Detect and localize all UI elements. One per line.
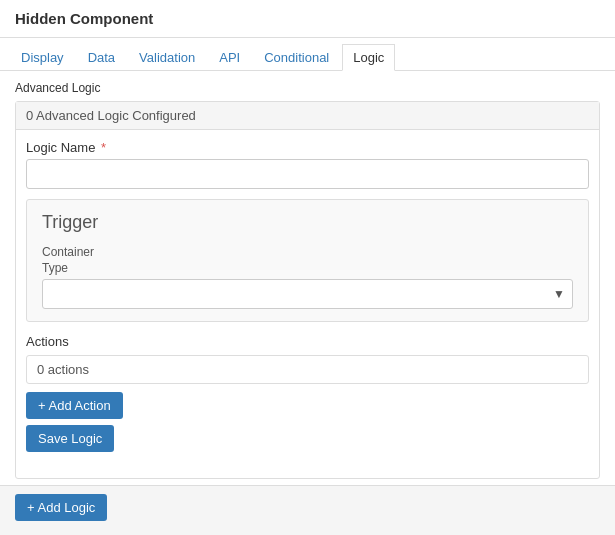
modal-header: Hidden Component	[0, 0, 615, 38]
type-select-wrapper: ▼	[42, 279, 573, 309]
trigger-box: Trigger Container Type ▼	[26, 199, 589, 322]
type-label: Type	[42, 261, 573, 275]
actions-count: 0 actions	[26, 355, 589, 384]
actions-section: Actions 0 actions + Add Action Save Logi…	[26, 334, 589, 458]
logic-name-group: Logic Name *	[26, 140, 589, 189]
type-select[interactable]	[42, 279, 573, 309]
add-action-button[interactable]: + Add Action	[26, 392, 123, 419]
footer-bar: + Add Logic	[0, 485, 615, 535]
tab-logic[interactable]: Logic	[342, 44, 395, 71]
modal-title: Hidden Component	[15, 10, 153, 27]
tab-conditional[interactable]: Conditional	[253, 44, 340, 70]
tab-api[interactable]: API	[208, 44, 251, 70]
tab-display[interactable]: Display	[10, 44, 75, 70]
tab-data[interactable]: Data	[77, 44, 126, 70]
logic-name-required: *	[101, 140, 106, 155]
tab-validation[interactable]: Validation	[128, 44, 206, 70]
logic-name-label: Logic Name *	[26, 140, 589, 155]
logic-name-input[interactable]	[26, 159, 589, 189]
container-label: Container	[42, 245, 573, 259]
advanced-logic-label: Advanced Logic	[15, 81, 600, 95]
actions-label: Actions	[26, 334, 589, 349]
save-logic-button[interactable]: Save Logic	[26, 425, 114, 452]
add-logic-button[interactable]: + Add Logic	[15, 494, 107, 521]
advanced-logic-panel: 0 Advanced Logic Configured Logic Name *…	[15, 101, 600, 479]
panel-body: Logic Name * Trigger Container Type ▼ Ac…	[16, 130, 599, 478]
panel-header: 0 Advanced Logic Configured	[16, 102, 599, 130]
trigger-title: Trigger	[42, 212, 573, 233]
tab-bar: Display Data Validation API Conditional …	[0, 38, 615, 71]
main-content: Advanced Logic 0 Advanced Logic Configur…	[0, 71, 615, 516]
